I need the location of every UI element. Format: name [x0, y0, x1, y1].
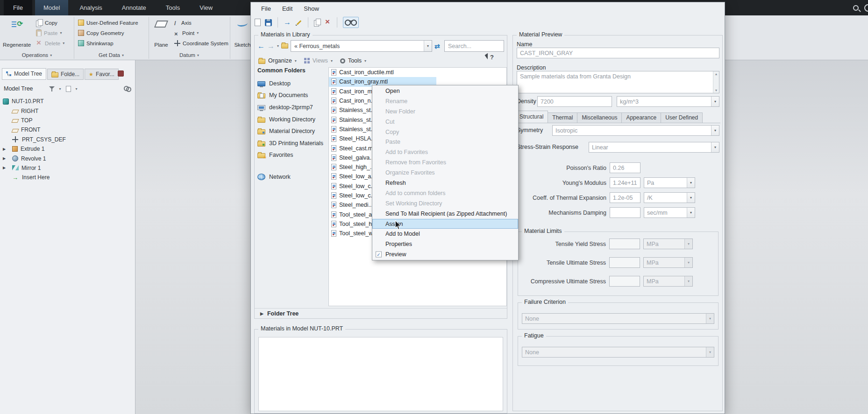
common-folder-item[interactable]: Desktop [257, 77, 328, 90]
property-input[interactable] [609, 239, 640, 249]
save-icon[interactable] [265, 19, 272, 26]
forward-icon[interactable] [267, 42, 275, 50]
operations-group-label[interactable]: Operations▾ [0, 52, 74, 58]
unit-combo[interactable]: MPa ▾ [643, 257, 693, 268]
chevron-down-icon[interactable]: ▾ [687, 178, 695, 188]
back-icon[interactable] [257, 42, 265, 50]
menu-item[interactable]: File [256, 3, 277, 14]
chevron-down-icon[interactable]: ▾ [711, 126, 719, 135]
property-input[interactable] [610, 207, 640, 218]
model-tree-item[interactable]: ▶ FRONT [0, 125, 135, 134]
description-scrollbar[interactable]: ▲▼ [713, 71, 719, 93]
name-field[interactable]: CAST_IRON_GRAY [517, 48, 719, 58]
panel-tab[interactable]: Folde... [47, 69, 84, 80]
expand-arrow-icon[interactable]: ▶ [3, 166, 9, 170]
preview-tab[interactable]: Miscellaneous [577, 112, 622, 123]
new-file-icon[interactable] [255, 19, 261, 26]
delete-icon[interactable] [325, 19, 331, 26]
common-folder-item[interactable]: Working Directory [257, 113, 328, 126]
common-folder-item[interactable]: Network [257, 171, 328, 183]
density-field[interactable]: 7200 [537, 96, 612, 107]
property-input[interactable]: 1.2e-05 [610, 192, 640, 203]
model-tree-item[interactable]: ▶ Revolve 1 [0, 154, 135, 163]
model-tree-item[interactable]: ▶ TOP [0, 116, 135, 125]
expand-arrow-icon[interactable]: ▶ [3, 156, 9, 161]
chevron-down-icon[interactable]: ▾ [706, 347, 714, 357]
ribbon-tab[interactable]: Tools [157, 0, 188, 15]
panel-tab[interactable]: Model Tree [2, 68, 46, 80]
settings-icon[interactable] [124, 86, 131, 92]
axis-button[interactable]: Axis [173, 18, 193, 28]
chevron-down-icon[interactable]: ▾ [684, 258, 692, 267]
preview-tab[interactable]: User Defined [661, 112, 703, 123]
property-input[interactable]: 0.26 [610, 162, 640, 173]
chevron-down-icon[interactable]: ▾ [711, 97, 719, 106]
property-input[interactable] [609, 276, 640, 287]
context-menu-item[interactable]: Preview [372, 249, 518, 260]
model-tree-item[interactable]: ▶ NUT-10.PRT [0, 97, 135, 106]
path-combobox[interactable]: « Ferrous_metals ▾ [291, 40, 432, 52]
menu-item[interactable]: Edit [277, 3, 298, 14]
search-icon[interactable] [853, 5, 859, 11]
assign-arrow-icon[interactable] [284, 18, 291, 27]
common-folder-item[interactable]: Favorites [257, 149, 328, 161]
menu-item[interactable]: Show [298, 3, 325, 14]
context-menu-item[interactable]: Set Working Directory [372, 198, 518, 209]
common-folder-item[interactable]: Material Directory [257, 125, 328, 137]
density-unit-combo[interactable]: kg/m^3 ▾ [617, 96, 719, 107]
model-materials-list[interactable] [258, 337, 503, 411]
chevron-down-icon[interactable]: ▾ [687, 193, 695, 203]
context-menu-item[interactable]: Remove from Favorites [372, 157, 518, 168]
fatigue-combo[interactable]: None ▾ [522, 347, 714, 358]
context-menu-item[interactable]: Add to common folders [372, 188, 518, 198]
context-menu-item[interactable]: Add to Favorites [372, 147, 518, 157]
edit-icon[interactable] [295, 19, 302, 26]
paste-button[interactable]: Paste ▾ [35, 28, 63, 38]
datum-group-label[interactable]: Datum▾ [149, 52, 230, 58]
point-button[interactable]: Point ▾ [173, 28, 200, 38]
chevron-down-icon[interactable]: ▾ [711, 142, 719, 152]
ribbon-tab[interactable]: Model [35, 0, 68, 15]
panel-tab[interactable]: Favor... [85, 69, 119, 80]
property-input[interactable] [609, 257, 640, 268]
coordinate-system-button[interactable]: Coordinate System [173, 38, 230, 48]
plane-button[interactable]: Plane [151, 17, 171, 49]
chevron-down-icon[interactable]: ▾ [684, 239, 692, 249]
model-tree-item[interactable]: ▶ RIGHT [0, 106, 135, 115]
filter-icon[interactable] [49, 86, 55, 91]
context-menu-item[interactable]: Copy [372, 127, 518, 137]
context-menu-item[interactable]: Paste [372, 137, 518, 147]
ribbon-tab[interactable]: Annotate [114, 0, 155, 15]
description-field[interactable]: Sample materials data from Granta Design… [517, 71, 719, 93]
shrinkwrap-button[interactable]: Shrinkwrap [77, 38, 115, 48]
copy-button[interactable]: Copy [35, 18, 59, 28]
search-input[interactable] [444, 40, 504, 52]
ribbon-tab[interactable]: View [191, 0, 221, 15]
context-menu-item[interactable]: Properties [372, 239, 518, 249]
common-folder-item[interactable]: 3D Printing Materials [257, 137, 328, 149]
unit-combo[interactable]: /K ▾ [644, 192, 695, 203]
chevron-down-icon[interactable]: ▾ [59, 87, 61, 91]
property-input[interactable]: 1.24e+11 [610, 177, 640, 188]
context-menu-item[interactable]: Assign [372, 219, 518, 229]
chevron-down-icon[interactable]: ▾ [76, 87, 78, 91]
copy-icon[interactable] [314, 19, 320, 26]
model-tree-item[interactable]: ▶ Insert Here [0, 173, 135, 182]
unit-combo[interactable]: sec/mm ▾ [644, 207, 695, 218]
stress-strain-combo[interactable]: Linear ▾ [589, 142, 719, 153]
chevron-down-icon[interactable]: ▾ [706, 314, 714, 323]
model-tree-item[interactable]: ▶ Extrude 1 [0, 144, 135, 154]
preview-tab[interactable]: Structural [515, 111, 548, 123]
views-button[interactable]: Views ▾ [304, 57, 333, 64]
preview-tab[interactable]: Appearance [621, 112, 661, 123]
unit-combo[interactable]: MPa ▾ [643, 239, 693, 249]
model-tree-item[interactable]: ▶ PRT_CSYS_DEF [0, 135, 135, 144]
context-menu-item[interactable]: Cut [372, 117, 518, 127]
history-chevron-icon[interactable]: ▾ [277, 44, 279, 48]
copy-geometry-button[interactable]: Copy Geometry [77, 28, 126, 38]
regenerate-button[interactable]: Regenerate [2, 17, 32, 49]
refresh-icon[interactable] [434, 42, 442, 50]
context-menu-item[interactable]: Organize Favorites [372, 168, 518, 178]
get-data-group-label[interactable]: Get Data▾ [74, 52, 149, 58]
panel-toggle-icon[interactable] [118, 70, 124, 77]
